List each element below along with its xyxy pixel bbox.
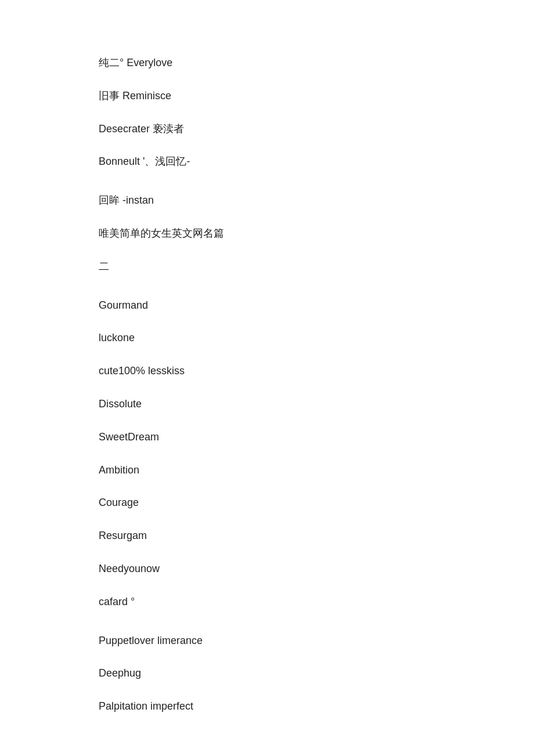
- list-item-2: 旧事 Reminisce: [99, 79, 435, 113]
- list-item-16: Courage: [99, 486, 435, 519]
- list-item-8: 二: [99, 250, 435, 283]
- spacer-5: [99, 178, 435, 184]
- list-item-22: Deephug: [99, 657, 435, 690]
- list-item-23: Palpitation imperfect: [99, 690, 435, 723]
- spacer-9: [99, 283, 435, 289]
- list-item-13: Dissolute: [99, 388, 435, 421]
- list-item-18: Needyounow: [99, 552, 435, 585]
- spacer-20: [99, 618, 435, 624]
- list-item-1: 纯二° Everylove: [99, 46, 435, 79]
- main-content: 纯二° Everylove旧事 ReminisceDesecrater 亵渎者B…: [99, 46, 435, 723]
- list-item-14: SweetDream: [99, 421, 435, 454]
- list-item-11: luckone: [99, 321, 435, 355]
- list-item-3: Desecrater 亵渎者: [99, 113, 435, 146]
- list-item-10: Gourmand: [99, 289, 435, 322]
- list-item-17: Resurgam: [99, 519, 435, 552]
- list-item-21: Puppetlover limerance: [99, 624, 435, 657]
- list-item-19: cafard °: [99, 585, 435, 618]
- list-item-12: cute100% lesskiss: [99, 355, 435, 388]
- list-item-7: 唯美简单的女生英文网名篇: [99, 217, 435, 250]
- list-item-4: Bonneult '、浅回忆-: [99, 145, 435, 178]
- list-item-6: 回眸 -instan: [99, 184, 435, 217]
- list-item-15: Ambition: [99, 454, 435, 487]
